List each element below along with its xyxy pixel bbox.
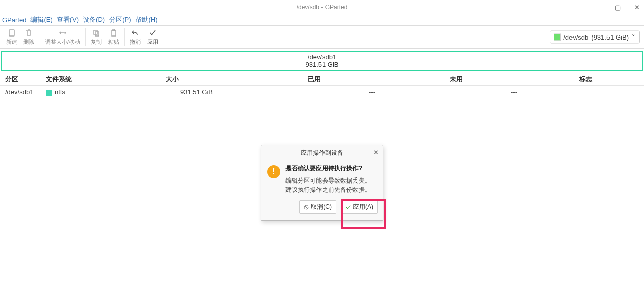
copy-icon bbox=[92, 29, 100, 37]
partition-bar[interactable]: /dev/sdb1 931.51 GiB bbox=[1, 51, 643, 71]
apply-confirm-label: 应用(A) bbox=[353, 203, 373, 211]
menu-partition[interactable]: 分区(P) bbox=[109, 15, 131, 24]
dialog-titlebar: 应用操作到设备 ✕ bbox=[261, 145, 383, 160]
partition-bar-size: 931.51 GiB bbox=[305, 61, 338, 68]
device-size: (931.51 GiB) bbox=[591, 33, 629, 41]
check-icon bbox=[346, 205, 351, 210]
cancel-label: 取消(C) bbox=[311, 203, 332, 211]
apply-label: 应用 bbox=[147, 38, 158, 46]
cell-flags bbox=[527, 86, 644, 99]
device-selector[interactable]: /dev/sdb (931.51 GiB) ˅ bbox=[550, 31, 640, 44]
confirm-dialog: 应用操作到设备 ✕ ! 是否确认要应用待执行操作? 编辑分区可能会导致数据丢失。… bbox=[261, 145, 383, 221]
resize-button[interactable]: 调整大小/移动 bbox=[42, 28, 83, 47]
col-size[interactable]: 大小 bbox=[101, 73, 243, 86]
dialog-line2: 建议执行操作之前先备份数据。 bbox=[285, 185, 371, 194]
device-swatch-icon bbox=[554, 34, 560, 40]
menu-gparted[interactable]: GParted bbox=[2, 16, 26, 24]
dialog-question: 是否确认要应用待执行操作? bbox=[285, 164, 371, 173]
separator bbox=[124, 28, 125, 46]
undo-button[interactable]: 撤消 bbox=[127, 28, 144, 47]
paste-label: 粘贴 bbox=[108, 38, 119, 46]
resize-icon bbox=[59, 29, 67, 37]
col-partition[interactable]: 分区 bbox=[0, 73, 41, 86]
delete-button[interactable]: 删除 bbox=[20, 28, 38, 47]
warning-icon: ! bbox=[267, 165, 280, 178]
copy-button[interactable]: 复制 bbox=[88, 28, 105, 47]
partition-bar-name: /dev/sdb1 bbox=[308, 53, 336, 61]
col-used[interactable]: 已用 bbox=[243, 73, 385, 86]
ntfs-swatch-icon bbox=[46, 90, 52, 96]
toolbar: 新建 删除 调整大小/移动 复制 粘贴 撤消 应用 /dev/sdb (931.… bbox=[0, 25, 644, 49]
partition-table: 分区 文件系统 大小 已用 未用 标志 /dev/sdb1 ntfs 931.5… bbox=[0, 73, 644, 98]
paste-button[interactable]: 粘贴 bbox=[105, 28, 122, 47]
cell-fs-text: ntfs bbox=[55, 88, 65, 96]
cancel-icon bbox=[304, 205, 309, 210]
svg-rect-0 bbox=[9, 30, 14, 36]
menu-help[interactable]: 帮助(H) bbox=[135, 15, 158, 24]
dialog-title: 应用操作到设备 bbox=[301, 149, 343, 157]
minimize-button[interactable]: — bbox=[593, 4, 603, 11]
maximize-button[interactable]: ▢ bbox=[613, 4, 623, 11]
undo-label: 撤消 bbox=[130, 38, 141, 46]
apply-button[interactable]: 应用 bbox=[144, 28, 161, 47]
delete-label: 删除 bbox=[23, 38, 34, 46]
separator bbox=[85, 28, 86, 46]
cell-partition: /dev/sdb1 bbox=[0, 86, 41, 99]
menubar: GParted 编辑(E) 查看(V) 设备(D) 分区(P) 帮助(H) bbox=[0, 14, 644, 25]
chevron-down-icon: ˅ bbox=[632, 33, 635, 41]
resize-label: 调整大小/移动 bbox=[45, 38, 80, 46]
cell-size: 931.51 GiB bbox=[101, 86, 243, 99]
separator bbox=[40, 28, 40, 46]
new-label: 新建 bbox=[6, 38, 17, 46]
apply-confirm-button[interactable]: 应用(A) bbox=[341, 200, 378, 214]
window-title: /dev/sdb - GParted bbox=[297, 4, 348, 11]
col-filesystem[interactable]: 文件系统 bbox=[41, 73, 101, 86]
close-button[interactable]: ✕ bbox=[632, 4, 642, 11]
dialog-buttons: 取消(C) 应用(A) bbox=[261, 197, 383, 220]
cell-unused: --- bbox=[385, 86, 527, 99]
window-controls: — ▢ ✕ bbox=[593, 0, 642, 14]
dialog-body: ! 是否确认要应用待执行操作? 编辑分区可能会导致数据丢失。 建议执行操作之前先… bbox=[261, 160, 383, 197]
cancel-button[interactable]: 取消(C) bbox=[299, 200, 336, 214]
dialog-message: 是否确认要应用待执行操作? 编辑分区可能会导致数据丢失。 建议执行操作之前先备份… bbox=[285, 164, 371, 194]
menu-edit[interactable]: 编辑(E) bbox=[30, 15, 52, 24]
check-icon bbox=[149, 29, 157, 37]
table-row[interactable]: /dev/sdb1 ntfs 931.51 GiB --- --- bbox=[0, 86, 644, 99]
titlebar: /dev/sdb - GParted — ▢ ✕ bbox=[0, 0, 644, 14]
menu-view[interactable]: 查看(V) bbox=[57, 15, 79, 24]
trash-icon bbox=[25, 29, 33, 37]
col-flags[interactable]: 标志 bbox=[527, 73, 644, 86]
copy-label: 复制 bbox=[91, 38, 102, 46]
new-button[interactable]: 新建 bbox=[3, 28, 20, 47]
dialog-line1: 编辑分区可能会导致数据丢失。 bbox=[285, 176, 371, 185]
cell-filesystem: ntfs bbox=[41, 86, 101, 99]
cell-used: --- bbox=[243, 86, 385, 99]
new-icon bbox=[8, 29, 16, 37]
dialog-close-button[interactable]: ✕ bbox=[373, 149, 379, 156]
device-name: /dev/sdb bbox=[563, 33, 588, 41]
menu-device[interactable]: 设备(D) bbox=[83, 15, 105, 24]
undo-icon bbox=[131, 29, 139, 37]
col-unused[interactable]: 未用 bbox=[385, 73, 527, 86]
paste-icon bbox=[110, 29, 118, 37]
